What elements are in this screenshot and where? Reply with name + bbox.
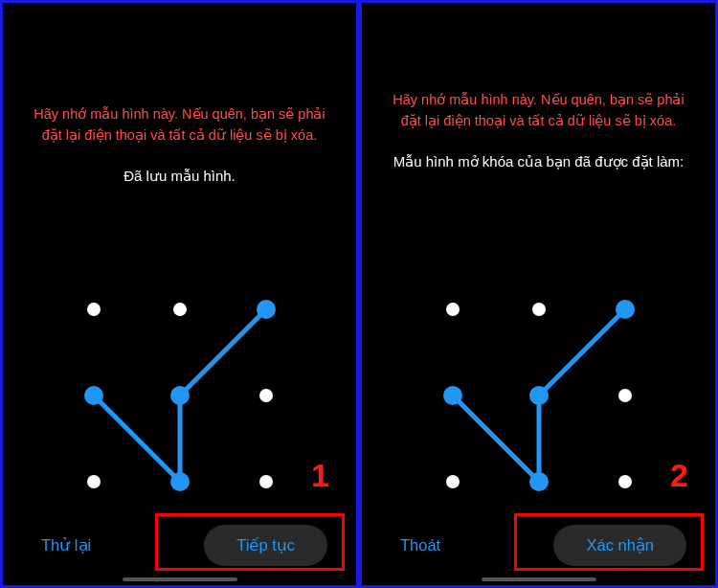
pattern-grid[interactable] <box>75 290 285 501</box>
pattern-dot-6[interactable] <box>446 475 460 488</box>
button-row: Thoát Xác nhận <box>362 525 715 566</box>
retry-button[interactable]: Thử lại <box>32 525 101 566</box>
pattern-dot-8[interactable] <box>259 475 273 488</box>
warning-message: Hãy nhớ mẫu hình này. Nếu quên, bạn sẽ p… <box>362 89 715 132</box>
step-annotation: 2 <box>670 457 688 494</box>
home-indicator[interactable] <box>123 577 237 581</box>
status-message: Đã lưu mẫu hình. <box>104 168 255 185</box>
pattern-grid[interactable] <box>434 290 644 501</box>
pattern-dot-3[interactable] <box>443 386 462 405</box>
pattern-dot-6[interactable] <box>87 475 101 488</box>
confirm-button[interactable]: Xác nhận <box>553 525 686 566</box>
pattern-dot-7[interactable] <box>170 472 190 491</box>
lock-pattern-screen-1: Hãy nhớ mẫu hình này. Nếu quên, bạn sẽ p… <box>0 0 359 588</box>
pattern-dot-2[interactable] <box>616 300 635 319</box>
pattern-dot-1[interactable] <box>173 303 187 316</box>
continue-button[interactable]: Tiếp tục <box>204 525 327 566</box>
exit-button[interactable]: Thoát <box>391 525 450 566</box>
pattern-dot-7[interactable] <box>529 472 549 491</box>
pattern-dot-1[interactable] <box>532 303 546 316</box>
pattern-dot-3[interactable] <box>84 386 103 405</box>
warning-message: Hãy nhớ mẫu hình này. Nếu quên, bạn sẽ p… <box>3 103 356 147</box>
home-indicator[interactable] <box>482 577 596 581</box>
pattern-dot-5[interactable] <box>259 389 273 402</box>
pattern-dot-4[interactable] <box>529 386 549 405</box>
step-annotation: 1 <box>311 457 329 494</box>
pattern-dot-5[interactable] <box>618 389 632 402</box>
pattern-dot-2[interactable] <box>257 300 276 319</box>
pattern-dot-4[interactable] <box>170 386 190 405</box>
pattern-dot-8[interactable] <box>618 475 632 488</box>
lock-pattern-screen-2: Hãy nhớ mẫu hình này. Nếu quên, bạn sẽ p… <box>359 0 718 588</box>
status-message: Mẫu hình mở khóa của bạn đã được đặt làm… <box>374 153 703 170</box>
pattern-dot-0[interactable] <box>446 303 460 316</box>
pattern-dot-0[interactable] <box>87 303 101 316</box>
button-row: Thử lại Tiếp tục <box>3 525 356 566</box>
